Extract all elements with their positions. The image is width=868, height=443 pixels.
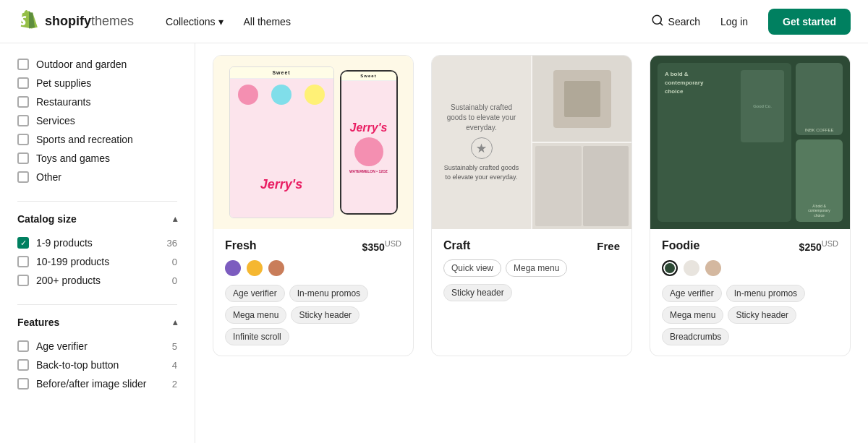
tag-quick-view[interactable]: Quick view <box>443 259 501 277</box>
tag-sticky-header-foodie[interactable]: Sticky header <box>728 306 796 324</box>
nav-all-themes[interactable]: All themes <box>235 12 299 32</box>
product-info-fresh: Fresh $350USD Age verifier In-menu promo… <box>213 229 413 356</box>
fresh-swatches <box>225 260 401 276</box>
swatch-dark-green[interactable] <box>662 260 678 276</box>
filter-1-9-products[interactable]: 1-9 products 36 <box>17 233 177 252</box>
swatch-terracotta[interactable] <box>268 260 284 276</box>
checkbox-10-199-products[interactable] <box>17 256 29 267</box>
checkbox-age-verifier[interactable] <box>17 340 29 352</box>
checkbox-before-after-slider[interactable] <box>17 378 29 390</box>
product-name-foodie: Foodie <box>662 239 699 252</box>
tag-age-verifier-foodie[interactable]: Age verifier <box>662 285 722 302</box>
tag-breadcrumbs-foodie[interactable]: Breadcrumbs <box>662 328 729 345</box>
products-grid: Sweet Jerry's Sweet <box>213 55 851 356</box>
search-icon <box>651 14 664 29</box>
filter-10-199-products[interactable]: 10-199 products 0 <box>17 252 177 271</box>
features-group: Features ▴ Age verifier 5 Back-to-top bu… <box>17 317 177 393</box>
product-image-foodie: A bold &contemporarychoice Good Co. INBK… <box>650 56 850 229</box>
filter-age-verifier[interactable]: Age verifier 5 <box>17 337 177 356</box>
filter-other[interactable]: Other <box>17 168 177 186</box>
tag-mega-menu[interactable]: Mega menu <box>225 306 286 324</box>
login-button[interactable]: Log in <box>712 12 757 32</box>
tag-sticky-header[interactable]: Sticky header <box>291 306 359 324</box>
main-layout: Outdoor and garden Pet supplies Restaura… <box>0 43 868 443</box>
products-content: Sweet Jerry's Sweet <box>195 43 868 443</box>
checkbox-other[interactable] <box>17 171 29 183</box>
craft-quick-tags: Quick view Mega menu <box>443 259 620 277</box>
svg-line-1 <box>660 22 662 25</box>
foodie-tags: Age verifier In-menu promos Mega menu St… <box>662 285 838 345</box>
category-filter-group: Outdoor and garden Pet supplies Restaura… <box>17 55 177 186</box>
product-price-foodie: $250USD <box>799 239 838 253</box>
divider-2 <box>17 304 177 305</box>
swatch-purple[interactable] <box>225 260 241 276</box>
catalog-chevron-icon: ▴ <box>173 214 177 224</box>
fresh-tags: Age verifier In-menu promos Mega menu St… <box>225 285 401 345</box>
product-image-craft: Sustainably crafted goods to elevate you… <box>432 56 631 229</box>
checkbox-back-to-top[interactable] <box>17 359 29 371</box>
product-price-craft: Free <box>597 240 620 252</box>
logo[interactable]: shopifythemes <box>17 10 134 33</box>
shopify-logo-icon <box>17 10 41 33</box>
checkbox-restaurants[interactable] <box>17 96 29 108</box>
product-header-foodie: Foodie $250USD <box>662 239 838 253</box>
tag-sticky-header-craft[interactable]: Sticky header <box>443 284 512 301</box>
tag-mega-menu-foodie[interactable]: Mega menu <box>662 306 723 324</box>
filter-restaurants[interactable]: Restaurants <box>17 93 177 111</box>
swatch-cream[interactable] <box>684 260 699 276</box>
filter-before-after-slider[interactable]: Before/after image slider 2 <box>17 374 177 393</box>
header: shopifythemes Collections ▾ All themes S… <box>0 0 868 43</box>
header-right: Search Log in Get started <box>651 9 851 35</box>
product-name-fresh: Fresh <box>225 239 257 252</box>
swatch-yellow[interactable] <box>247 260 263 276</box>
tag-mega-menu-outline[interactable]: Mega menu <box>506 259 567 277</box>
product-card-fresh: Sweet Jerry's Sweet <box>213 55 414 356</box>
catalog-size-header[interactable]: Catalog size ▴ <box>17 213 177 225</box>
product-header-craft: Craft Free <box>443 239 620 252</box>
filter-services[interactable]: Services <box>17 111 177 130</box>
checkbox-pet-supplies[interactable] <box>17 77 29 89</box>
checkbox-toys-games[interactable] <box>17 152 29 164</box>
features-header[interactable]: Features ▴ <box>17 317 177 328</box>
product-info-craft: Craft Free Quick view Mega menu Sticky h… <box>432 229 631 311</box>
catalog-size-group: Catalog size ▴ 1-9 products 36 10-199 pr… <box>17 213 177 290</box>
product-name-craft: Craft <box>443 239 470 252</box>
checkbox-outdoor-garden[interactable] <box>17 59 29 70</box>
product-info-foodie: Foodie $250USD Age verifier In-menu prom… <box>650 229 850 356</box>
foodie-swatches <box>662 260 838 276</box>
tag-infinite-scroll[interactable]: Infinite scroll <box>225 328 289 345</box>
filter-sports-recreation[interactable]: Sports and recreation <box>17 130 177 149</box>
features-chevron-icon: ▴ <box>173 317 177 327</box>
filter-200-plus-products[interactable]: 200+ products 0 <box>17 271 177 290</box>
checkbox-1-9-products[interactable] <box>17 237 29 249</box>
product-header-fresh: Fresh $350USD <box>225 239 401 253</box>
checkbox-services[interactable] <box>17 115 29 126</box>
get-started-button[interactable]: Get started <box>768 9 851 35</box>
checkbox-sports-recreation[interactable] <box>17 134 29 145</box>
nav-collections[interactable]: Collections ▾ <box>157 12 231 32</box>
craft-tags: Sticky header <box>443 284 620 301</box>
sidebar: Outdoor and garden Pet supplies Restaura… <box>0 43 195 443</box>
product-price-fresh: $350USD <box>362 239 401 253</box>
collections-chevron-icon: ▾ <box>218 16 224 27</box>
swatch-tan[interactable] <box>705 260 721 276</box>
filter-outdoor-garden[interactable]: Outdoor and garden <box>17 55 177 74</box>
filter-pet-supplies[interactable]: Pet supplies <box>17 74 177 93</box>
logo-text: shopifythemes <box>45 14 134 29</box>
product-card-foodie: A bold &contemporarychoice Good Co. INBK… <box>650 55 851 356</box>
main-nav: Collections ▾ All themes <box>157 12 299 32</box>
search-button[interactable]: Search <box>651 14 700 29</box>
filter-back-to-top[interactable]: Back-to-top button 4 <box>17 356 177 374</box>
checkbox-200-plus-products[interactable] <box>17 275 29 286</box>
tag-in-menu-promos[interactable]: In-menu promos <box>289 285 368 302</box>
filter-toys-games[interactable]: Toys and games <box>17 149 177 168</box>
divider-1 <box>17 201 177 202</box>
tag-in-menu-promos-foodie[interactable]: In-menu promos <box>726 285 805 302</box>
product-card-craft: Sustainably crafted goods to elevate you… <box>431 55 632 356</box>
tag-age-verifier[interactable]: Age verifier <box>225 285 285 302</box>
product-image-fresh: Sweet Jerry's Sweet <box>213 56 413 229</box>
